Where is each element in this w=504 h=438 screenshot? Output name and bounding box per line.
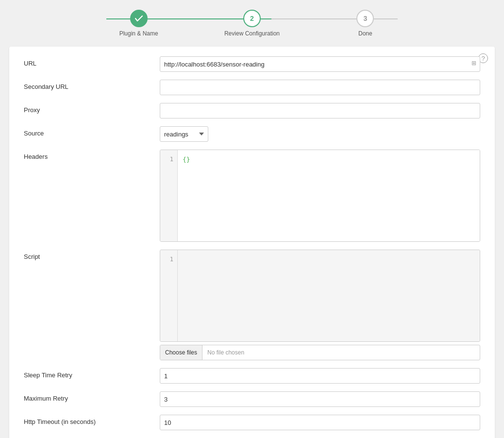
stepper-label-3: Done (358, 30, 372, 37)
source-row: Source readings (24, 126, 480, 142)
stepper-label-1: Plugin & Name (119, 30, 158, 37)
sleep-time-row: Sleep Time Retry (24, 368, 480, 384)
sleep-time-input[interactable] (160, 368, 480, 384)
stepper-step-2: 2 Review Configuration (195, 10, 308, 37)
headers-line-numbers: 1 (160, 150, 178, 241)
url-label: URL (24, 56, 160, 67)
file-name-display: No file chosen (202, 349, 480, 356)
main-card: ? URL ⊞ Secondary URL Proxy (9, 47, 495, 438)
http-timeout-row: Http Timeout (in seconds) (24, 415, 480, 430)
http-timeout-control-wrap (160, 415, 480, 430)
stepper-circle-2: 2 (243, 10, 261, 27)
secondary-url-label: Secondary URL (24, 80, 160, 90)
url-expand-icon: ⊞ (471, 60, 476, 67)
url-row: URL ⊞ (24, 56, 480, 72)
proxy-input[interactable] (160, 103, 480, 118)
url-input-wrap: ⊞ (160, 56, 480, 72)
script-row: Script 1 Choose files No file chosen (24, 250, 480, 360)
proxy-control-wrap (160, 103, 480, 118)
http-timeout-label: Http Timeout (in seconds) (24, 415, 160, 425)
source-label: Source (24, 126, 160, 137)
script-label: Script (24, 250, 160, 260)
headers-control-wrap: 1 {} (160, 150, 480, 242)
choose-files-button[interactable]: Choose files (160, 345, 202, 360)
secondary-url-input[interactable] (160, 80, 480, 95)
proxy-label: Proxy (24, 103, 160, 114)
sleep-time-label: Sleep Time Retry (24, 368, 160, 379)
headers-code-content[interactable]: {} (178, 150, 480, 241)
stepper-circle-3: 3 (356, 10, 374, 27)
stepper-step-1: Plugin & Name (82, 10, 195, 37)
stepper-label-2: Review Configuration (224, 30, 280, 37)
secondary-url-row: Secondary URL (24, 80, 480, 95)
secondary-url-control-wrap (160, 80, 480, 95)
headers-label: Headers (24, 150, 160, 160)
sleep-time-control-wrap (160, 368, 480, 384)
script-control-wrap: 1 Choose files No file chosen (160, 250, 480, 360)
headers-row: Headers 1 {} (24, 150, 480, 242)
source-control-wrap: readings (160, 126, 480, 142)
script-editor[interactable]: 1 (160, 250, 480, 342)
proxy-row: Proxy (24, 103, 480, 118)
url-input[interactable] (160, 56, 480, 72)
headers-code-text: {} (183, 156, 190, 163)
max-retry-label: Maximum Retry (24, 391, 160, 402)
http-timeout-input[interactable] (160, 415, 480, 430)
source-select[interactable]: readings (160, 126, 208, 142)
file-input-row: Choose files No file chosen (160, 345, 480, 360)
max-retry-row: Maximum Retry (24, 391, 480, 407)
max-retry-control-wrap (160, 391, 480, 407)
headers-editor[interactable]: 1 {} (160, 150, 480, 242)
stepper: Plugin & Name 2 Review Configuration 3 D… (82, 10, 422, 37)
url-control-wrap: ⊞ (160, 56, 480, 72)
script-code-content[interactable] (178, 250, 480, 341)
script-line-numbers: 1 (160, 250, 178, 341)
max-retry-input[interactable] (160, 391, 480, 407)
stepper-circle-1 (130, 10, 148, 27)
file-input-wrap: Choose files No file chosen (160, 345, 480, 360)
stepper-step-3: 3 Done (309, 10, 422, 37)
